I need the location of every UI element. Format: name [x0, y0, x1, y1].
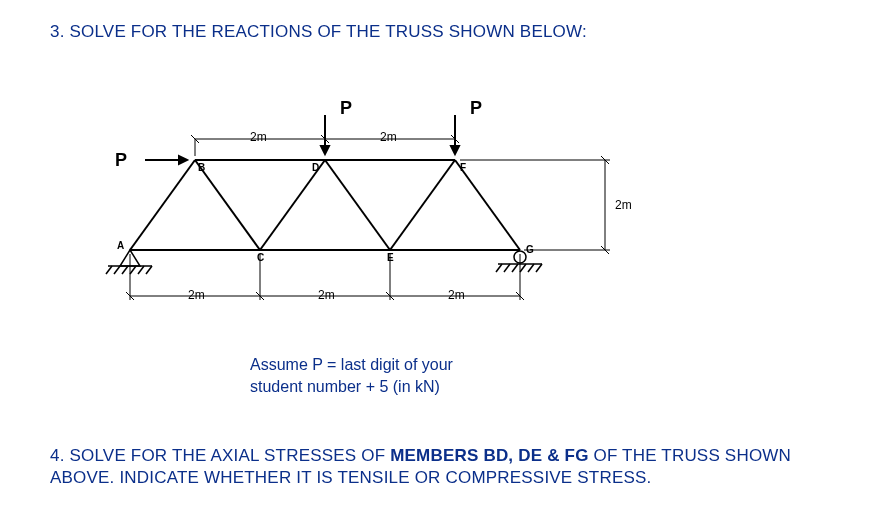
- node-b-label: B: [198, 162, 205, 173]
- svg-line-27: [520, 264, 526, 272]
- node-g-label: G: [526, 244, 534, 255]
- node-c-label: C: [257, 252, 264, 263]
- node-e-label: E: [387, 252, 394, 263]
- truss-svg: [90, 60, 730, 350]
- svg-line-28: [528, 264, 534, 272]
- svg-line-29: [536, 264, 542, 272]
- node-a-label: A: [117, 240, 124, 251]
- svg-marker-11: [321, 146, 329, 154]
- load-p-at-d: P: [340, 98, 352, 119]
- dim-top-df: 2m: [380, 130, 397, 144]
- q4-pre: 4. SOLVE FOR THE AXIAL STRESSES OF: [50, 446, 390, 465]
- dim-bot-eg: 2m: [448, 288, 465, 302]
- svg-line-25: [504, 264, 510, 272]
- node-f-label: F: [460, 162, 466, 173]
- svg-line-24: [496, 264, 502, 272]
- svg-line-7: [455, 160, 520, 250]
- svg-line-6: [390, 160, 455, 250]
- svg-marker-9: [179, 156, 187, 164]
- node-d-label: D: [312, 162, 319, 173]
- dim-bot-ce: 2m: [318, 288, 335, 302]
- svg-line-19: [130, 266, 136, 274]
- assumption-note: Assume P = last digit of your student nu…: [250, 354, 843, 397]
- svg-line-26: [512, 264, 518, 272]
- svg-line-5: [325, 160, 390, 250]
- q4-members: MEMBERS BD, DE & FG: [390, 446, 588, 465]
- svg-marker-13: [451, 146, 459, 154]
- dim-bot-ac: 2m: [188, 288, 205, 302]
- svg-line-21: [146, 266, 152, 274]
- question-3-heading: 3. SOLVE FOR THE REACTIONS OF THE TRUSS …: [50, 22, 843, 42]
- load-p-at-f: P: [470, 98, 482, 119]
- load-p-horizontal: P: [115, 150, 127, 171]
- svg-line-17: [114, 266, 120, 274]
- dim-right-height: 2m: [615, 198, 632, 212]
- svg-line-16: [106, 266, 112, 274]
- svg-line-3: [195, 160, 260, 250]
- note-line-2: student number + 5 (in kN): [250, 376, 843, 398]
- svg-line-2: [130, 160, 195, 250]
- svg-line-4: [260, 160, 325, 250]
- svg-line-18: [122, 266, 128, 274]
- dim-top-bd: 2m: [250, 130, 267, 144]
- note-line-1: Assume P = last digit of your: [250, 354, 843, 376]
- truss-diagram: P P P A B C D E F G 2m 2m 2m 2m 2m 2m: [90, 60, 730, 350]
- question-4-heading: 4. SOLVE FOR THE AXIAL STRESSES OF MEMBE…: [50, 445, 843, 489]
- svg-line-20: [138, 266, 144, 274]
